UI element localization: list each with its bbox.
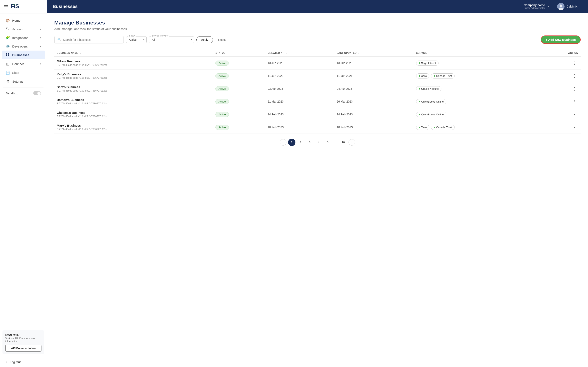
cell-created: 11 Jun 2023 bbox=[265, 69, 334, 82]
row-action-button[interactable]: ⋮ bbox=[571, 98, 578, 105]
sidebar-item-developers[interactable]: ⚙️ Developers ▾ bbox=[2, 42, 45, 50]
service-provider-filter[interactable]: Service Provider All Sage Intacct Xero O… bbox=[149, 36, 194, 43]
svg-rect-1 bbox=[8, 53, 9, 54]
updated-date: 26 Mar 2023 bbox=[337, 100, 353, 103]
logo: FIS bbox=[11, 4, 19, 9]
prev-page-button[interactable]: ‹ bbox=[280, 139, 286, 146]
cell-action[interactable]: ⋮ bbox=[538, 95, 581, 108]
created-date: 21 Mar 2023 bbox=[268, 100, 284, 103]
sidebar-item-sites[interactable]: 📄 Sites bbox=[2, 68, 45, 77]
row-action-button[interactable]: ⋮ bbox=[571, 111, 578, 118]
row-action-button[interactable]: ⋮ bbox=[571, 60, 578, 66]
search-icon: 🔍 bbox=[57, 38, 61, 42]
cell-created: 14 Feb 2023 bbox=[265, 108, 334, 121]
page-button-2[interactable]: 2 bbox=[297, 139, 304, 146]
chevron-down-icon: ▾ bbox=[40, 36, 41, 39]
cell-business-name: Chelsea's Business BIZ-74d45cdc-cddc-410… bbox=[54, 108, 213, 121]
cell-status: Active bbox=[213, 108, 265, 121]
page-button-10[interactable]: 10 bbox=[339, 139, 347, 146]
business-name: Mike's Business bbox=[57, 59, 210, 63]
service-tag: Canada Trust bbox=[431, 125, 455, 130]
page-title: Manage Businesses bbox=[54, 20, 581, 26]
help-box: Need help? Visit our API Docs for more i… bbox=[2, 330, 44, 354]
cell-action[interactable]: ⋮ bbox=[538, 57, 581, 69]
created-date: 11 Jun 2023 bbox=[268, 74, 283, 77]
cell-action[interactable]: ⋮ bbox=[538, 82, 581, 95]
cell-status: Active bbox=[213, 69, 265, 82]
sandbox-label: Sandbox bbox=[6, 92, 18, 95]
col-created-at[interactable]: CREATED AT ↓ bbox=[265, 50, 334, 57]
sidebar-item-home[interactable]: 🏠 Home bbox=[2, 16, 45, 25]
row-action-button[interactable]: ⋮ bbox=[571, 73, 578, 79]
page-button-1[interactable]: 1 bbox=[288, 139, 295, 146]
page-button-5[interactable]: 5 bbox=[324, 139, 331, 146]
cell-status: Active bbox=[213, 121, 265, 134]
sidebar-item-label: Integrations bbox=[12, 36, 28, 40]
shield-icon: 🛡 bbox=[6, 27, 10, 31]
sidebar-item-account[interactable]: 🛡 Account ▾ bbox=[2, 25, 45, 33]
row-action-button[interactable]: ⋮ bbox=[571, 85, 578, 92]
cell-business-name: Kelly's Business BIZ-74d45cdc-cddc-410d-… bbox=[54, 69, 213, 82]
businesses-table: BUSINESS NAME ↓ STATUS CREATED AT ↓ LAST… bbox=[54, 50, 581, 134]
status-badge: Active bbox=[215, 112, 229, 117]
settings-icon: ⚙ bbox=[6, 79, 10, 83]
service-tag: Canada Trust bbox=[431, 73, 455, 78]
svg-rect-2 bbox=[6, 54, 7, 56]
chevron-down-icon: ▾ bbox=[40, 28, 41, 31]
logout-button[interactable]: → Log Out bbox=[0, 357, 47, 367]
business-id: BIZ-74d45cdc-cddc-410d-b5c1-7686727c12bd bbox=[57, 128, 210, 131]
company-details: Company name Super Administrator bbox=[524, 3, 545, 9]
status-badge: Active bbox=[215, 73, 229, 78]
hamburger-button[interactable] bbox=[4, 5, 8, 8]
search-input[interactable] bbox=[63, 38, 121, 42]
cell-action[interactable]: ⋮ bbox=[538, 121, 581, 134]
content-area: Manage Businesses Add, manage, and view … bbox=[47, 13, 588, 367]
cell-action[interactable]: ⋮ bbox=[538, 69, 581, 82]
row-action-button[interactable]: ⋮ bbox=[571, 124, 578, 131]
chevron-down-icon: ▾ bbox=[40, 45, 41, 48]
show-filter[interactable]: Show Active Inactive All ▾ bbox=[126, 36, 147, 43]
status-badge: Active bbox=[215, 125, 229, 130]
company-info[interactable]: Company name Super Administrator ▾ bbox=[520, 3, 553, 9]
user-info[interactable]: Calvin H. bbox=[553, 3, 582, 10]
table-row: Kelly's Business BIZ-74d45cdc-cddc-410d-… bbox=[54, 69, 581, 82]
cell-status: Active bbox=[213, 95, 265, 108]
page-button-4[interactable]: 4 bbox=[315, 139, 322, 146]
apply-button[interactable]: Apply bbox=[196, 36, 213, 43]
table-row: Chelsea's Business BIZ-74d45cdc-cddc-410… bbox=[54, 108, 581, 121]
sidebar-item-integrations[interactable]: 🧩 Integrations ▾ bbox=[2, 34, 45, 42]
sandbox-row[interactable]: Sandbox bbox=[2, 89, 45, 97]
cell-action[interactable]: ⋮ bbox=[538, 108, 581, 121]
svg-rect-3 bbox=[8, 54, 9, 56]
table-header: BUSINESS NAME ↓ STATUS CREATED AT ↓ LAST… bbox=[54, 50, 581, 57]
chevron-down-icon: ▾ bbox=[40, 63, 41, 65]
api-documentation-button[interactable]: API Documentation bbox=[5, 345, 42, 351]
business-name: Chelsea's Business bbox=[57, 111, 210, 114]
cell-updated: 14 Feb 2023 bbox=[334, 108, 414, 121]
business-id: BIZ-74d45cdc-cddc-410d-b5c1-7686727c12bd bbox=[57, 64, 210, 67]
cell-created: 10 Feb 2023 bbox=[265, 121, 334, 134]
add-new-business-button[interactable]: + Add New Business bbox=[541, 35, 581, 44]
page-button-3[interactable]: 3 bbox=[306, 139, 313, 146]
show-select[interactable]: Active Inactive All bbox=[126, 36, 147, 43]
page-title-topbar: Businesses bbox=[53, 4, 520, 9]
sandbox-toggle[interactable] bbox=[33, 91, 41, 95]
avatar bbox=[557, 3, 564, 10]
sidebar-item-settings[interactable]: ⚙ Settings bbox=[2, 77, 45, 86]
reset-button[interactable]: Reset bbox=[215, 36, 229, 43]
connect-icon: ◫ bbox=[6, 62, 10, 66]
sidebar-item-businesses[interactable]: Businesses bbox=[2, 50, 45, 59]
search-box[interactable]: 🔍 bbox=[54, 36, 124, 43]
sidebar-item-label: Developers bbox=[12, 45, 28, 48]
dev-icon: ⚙️ bbox=[6, 44, 10, 48]
cell-service: Xero Canada Trust bbox=[414, 69, 538, 82]
table-body: Mike's Business BIZ-74d45cdc-cddc-410d-b… bbox=[54, 57, 581, 134]
next-page-button[interactable]: › bbox=[348, 139, 355, 146]
col-business-name[interactable]: BUSINESS NAME ↓ bbox=[54, 50, 213, 57]
col-last-updated[interactable]: LAST UPDATED ↓ bbox=[334, 50, 414, 57]
service-provider-select[interactable]: All Sage Intacct Xero Oracle Nesuite Qui… bbox=[149, 36, 194, 43]
main-content: Businesses Company name Super Administra… bbox=[47, 0, 588, 367]
sidebar-item-connect[interactable]: ◫ Connect ▾ bbox=[2, 60, 45, 68]
sidebar-item-label: Businesses bbox=[12, 53, 29, 57]
home-icon: 🏠 bbox=[6, 18, 10, 23]
